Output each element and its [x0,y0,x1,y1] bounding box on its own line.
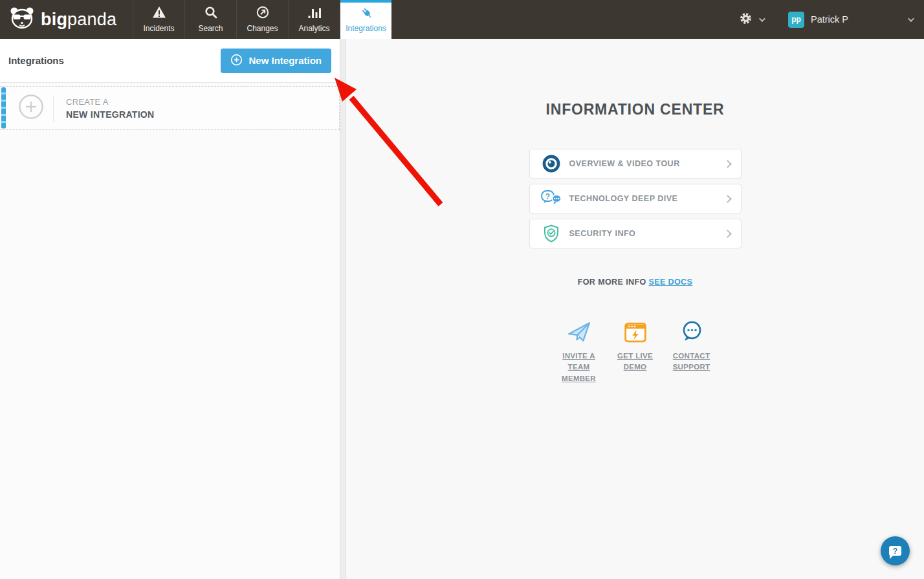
quick-link-label: CONTACT SUPPORT [663,351,720,373]
create-new-integration-card[interactable]: CREATE A NEW INTEGRATION [0,86,340,130]
sidebar-header: Integrations New Integration [0,39,340,83]
blue-zipper-edge [1,87,6,129]
information-center: INFORMATION CENTER OVERVIEW & VIDEO TOUR… [346,39,924,579]
card-label: SECURITY INFO [569,229,636,238]
avatar[interactable]: pp [788,12,804,28]
technology-deep-dive-card[interactable]: ? TECHNOLOGY DEEP DIVE [529,184,742,213]
tech-chat-icon: ? [540,189,562,208]
invite-team-member-link[interactable]: INVITE A TEAM MEMBER [551,319,607,384]
info-card-list: OVERVIEW & VIDEO TOUR ? TECHNOLOGY DEEP … [529,149,742,248]
page-title: INFORMATION CENTER [346,101,924,118]
contact-support-link[interactable]: CONTACT SUPPORT [663,319,720,384]
chevron-right-icon [723,160,732,168]
more-info-text: FOR MORE INFO [578,278,646,287]
search-icon [204,6,217,21]
get-live-demo-link[interactable]: GET LIVE DEMO [607,319,663,384]
bigpanda-logo[interactable]: bigpanda [0,0,133,39]
tab-label: Changes [247,24,278,33]
new-integration-label: New Integration [248,55,322,66]
tab-search[interactable]: Search [184,0,236,39]
card-label: OVERVIEW & VIDEO TOUR [569,159,680,168]
gear-icon [739,12,753,28]
contact-support-icon [663,319,720,344]
chevron-right-icon [723,230,732,238]
plug-icon [360,6,373,21]
tab-label: Search [198,24,223,33]
create-card-text: CREATE A NEW INTEGRATION [66,97,154,120]
tab-integrations[interactable]: Integrations [340,0,391,39]
quick-link-label: INVITE A TEAM MEMBER [551,351,607,384]
chevron-right-icon [723,195,732,203]
tab-incidents[interactable]: Incidents [133,0,184,39]
settings-menu[interactable] [739,12,764,28]
plus-circle-icon [230,54,243,68]
security-info-card[interactable]: SECURITY INFO [529,219,742,248]
paper-plane-icon [551,319,607,344]
quick-link-label: GET LIVE DEMO [607,351,663,373]
changes-icon [256,6,269,21]
question-bubble-icon: ? [889,546,901,556]
svg-text:?: ? [545,192,549,201]
live-demo-icon [607,319,663,344]
tab-label: Analytics [298,24,329,33]
create-card-line2: NEW INTEGRATION [66,109,154,120]
security-shield-icon [540,224,562,243]
tab-changes[interactable]: Changes [236,0,288,39]
analytics-icon [307,6,322,21]
sidebar-title: Integrations [8,55,64,66]
top-nav: bigpanda Incidents Search [0,0,924,39]
see-docs-link[interactable]: SEE DOCS [648,278,692,287]
tab-label: Integrations [346,24,386,33]
nav-right-controls: pp Patrick P [739,0,924,39]
help-button[interactable]: ? [881,536,910,565]
tab-analytics[interactable]: Analytics [288,0,340,39]
more-info-line: FOR MORE INFO SEE DOCS [346,278,924,287]
brand-text: bigpanda [41,10,116,30]
divider [53,96,54,122]
panel-scrollbar[interactable] [340,39,346,579]
nav-tabs: Incidents Search Changes [133,0,391,39]
panda-icon [9,6,35,33]
plus-circle-outline-icon [18,94,44,122]
integrations-sidebar: Integrations New Integration CREATE A [0,39,340,579]
overview-eye-icon [540,154,562,173]
user-name[interactable]: Patrick P [811,14,848,25]
warning-icon [152,6,166,21]
tab-label: Incidents [143,24,174,33]
card-label: TECHNOLOGY DEEP DIVE [569,194,678,203]
quick-links: INVITE A TEAM MEMBER GET LIVE DEMO [346,319,924,384]
new-integration-button[interactable]: New Integration [221,49,331,73]
create-card-line1: CREATE A [66,97,154,107]
overview-video-tour-card[interactable]: OVERVIEW & VIDEO TOUR [529,149,742,179]
user-menu-chevron-icon[interactable] [908,16,914,22]
chevron-down-icon [759,16,765,22]
